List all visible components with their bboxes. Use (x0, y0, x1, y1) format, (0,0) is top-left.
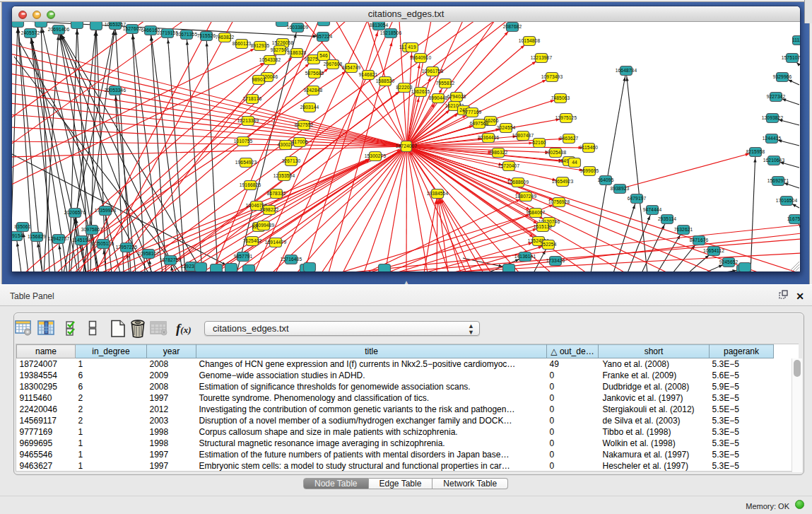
svg-text:822203: 822203 (396, 85, 413, 90)
svg-text:19654923: 19654923 (235, 160, 257, 165)
svg-text:1145194: 1145194 (72, 238, 90, 243)
svg-text:20053346: 20053346 (105, 88, 126, 93)
svg-text:7955812: 7955812 (436, 81, 455, 86)
svg-text:8454749: 8454749 (342, 65, 361, 70)
svg-text:1588520: 1588520 (376, 78, 395, 83)
svg-text:10671355: 10671355 (176, 32, 198, 37)
svg-text:116753: 116753 (787, 216, 800, 221)
svg-text:15300275: 15300275 (365, 153, 387, 158)
svg-text:14136141: 14136141 (514, 254, 536, 259)
svg-text:9245652: 9245652 (719, 259, 739, 264)
svg-text:10958107: 10958107 (138, 251, 160, 256)
svg-text:8813054: 8813054 (370, 23, 389, 28)
svg-text:3267130: 3267130 (282, 158, 301, 163)
svg-text:7485063: 7485063 (551, 95, 570, 100)
svg-text:15716485: 15716485 (281, 257, 302, 262)
svg-text:12942737: 12942737 (48, 236, 70, 241)
svg-text:16099489: 16099489 (253, 223, 275, 228)
svg-text:419: 419 (408, 45, 416, 49)
svg-text:8215958: 8215958 (746, 149, 765, 154)
svg-text:9857791: 9857791 (234, 254, 253, 259)
svg-text:17016504: 17016504 (776, 198, 798, 203)
svg-text:430027: 430027 (278, 142, 294, 147)
svg-text:18724007: 18724007 (396, 144, 418, 148)
svg-text:7357224: 7357224 (314, 34, 333, 39)
svg-text:9474444: 9474444 (643, 207, 662, 212)
svg-text:19166825: 19166825 (240, 182, 261, 187)
svg-text:19654923: 19654923 (552, 179, 574, 184)
svg-text:20691406: 20691406 (48, 27, 70, 32)
svg-text:1733426: 1733426 (546, 258, 565, 263)
svg-text:9327506: 9327506 (271, 47, 290, 52)
svg-text:9699695: 9699695 (580, 168, 599, 173)
svg-text:98901: 98901 (252, 77, 265, 82)
svg-text:12213987: 12213987 (531, 55, 553, 60)
svg-text:5875685: 5875685 (305, 71, 324, 76)
svg-text:11125: 11125 (792, 37, 800, 42)
svg-text:18807249: 18807249 (515, 194, 537, 199)
svg-text:1527602: 1527602 (123, 26, 142, 31)
svg-text:7515526: 7515526 (197, 33, 216, 38)
svg-text:39154: 39154 (12, 233, 23, 238)
svg-text:1010755: 1010755 (234, 139, 253, 144)
svg-text:9329966: 9329966 (773, 74, 792, 79)
svg-text:7463822: 7463822 (216, 35, 235, 40)
svg-text:9242848: 9242848 (304, 88, 323, 93)
svg-text:12353594: 12353594 (273, 173, 295, 178)
svg-text:44: 44 (572, 160, 577, 165)
svg-text:30975867: 30975867 (81, 227, 103, 232)
svg-text:1244415: 1244415 (763, 136, 782, 141)
svg-text:1615132: 1615132 (534, 224, 553, 229)
svg-text:10654112: 10654112 (703, 248, 724, 253)
svg-text:3024554: 3024554 (497, 125, 516, 130)
svg-text:7986322: 7986322 (489, 150, 508, 155)
svg-text:62160: 62160 (532, 140, 546, 145)
svg-text:417006: 417006 (292, 139, 308, 144)
svg-text:8912935: 8912935 (251, 43, 270, 48)
svg-text:10543382: 10543382 (259, 57, 281, 62)
svg-text:6479197: 6479197 (628, 196, 647, 201)
svg-text:18640910: 18640910 (410, 55, 432, 60)
svg-text:10025438: 10025438 (545, 150, 567, 155)
svg-text:2087682: 2087682 (503, 24, 522, 29)
svg-text:13975125: 13975125 (555, 115, 577, 120)
svg-text:16210643: 16210643 (763, 158, 785, 163)
svg-text:164095: 164095 (598, 177, 614, 182)
svg-text:2967608: 2967608 (324, 62, 343, 66)
svg-text:2935114: 2935114 (658, 216, 676, 221)
svg-text:17957225: 17957225 (116, 245, 138, 250)
svg-text:12213389: 12213389 (237, 118, 259, 123)
svg-text:16914479: 16914479 (265, 240, 287, 245)
svg-text:15692971: 15692971 (767, 178, 789, 183)
svg-text:9684067: 9684067 (526, 210, 546, 215)
svg-text:1498222: 1498222 (260, 207, 279, 212)
svg-text:20206576: 20206576 (64, 210, 86, 215)
svg-text:10154808: 10154808 (519, 38, 541, 43)
svg-text:2803144: 2803144 (300, 105, 319, 110)
svg-text:10973493: 10973493 (541, 74, 563, 79)
svg-text:10807487: 10807487 (512, 133, 534, 138)
svg-text:12093822: 12093822 (762, 115, 784, 120)
svg-text:8186328: 8186328 (288, 50, 307, 55)
svg-text:16033809: 16033809 (287, 25, 309, 30)
svg-text:9777169: 9777169 (463, 110, 482, 115)
svg-text:8990448: 8990448 (429, 95, 448, 100)
svg-text:2718176: 2718176 (243, 96, 262, 101)
svg-text:19384554: 19384554 (427, 191, 449, 196)
svg-text:9146821: 9146821 (359, 72, 378, 77)
svg-text:6497568: 6497568 (470, 121, 489, 126)
svg-text:15720407: 15720407 (498, 163, 520, 168)
svg-text:6794028: 6794028 (447, 94, 466, 99)
svg-text:10756928: 10756928 (548, 199, 570, 204)
svg-text:8471676: 8471676 (690, 238, 709, 243)
svg-text:8678332: 8678332 (267, 191, 286, 196)
svg-text:1156829: 1156829 (28, 234, 46, 239)
svg-text:15226058: 15226058 (272, 40, 294, 45)
svg-text:17359928: 17359928 (95, 208, 117, 213)
svg-text:15751074: 15751074 (782, 55, 800, 60)
svg-text:10688609: 10688609 (507, 180, 529, 185)
svg-text:16648784: 16648784 (616, 68, 637, 73)
svg-text:16782759: 16782759 (160, 257, 182, 262)
svg-text:10961758: 10961758 (422, 69, 444, 74)
svg-text:252254: 252254 (541, 242, 557, 247)
